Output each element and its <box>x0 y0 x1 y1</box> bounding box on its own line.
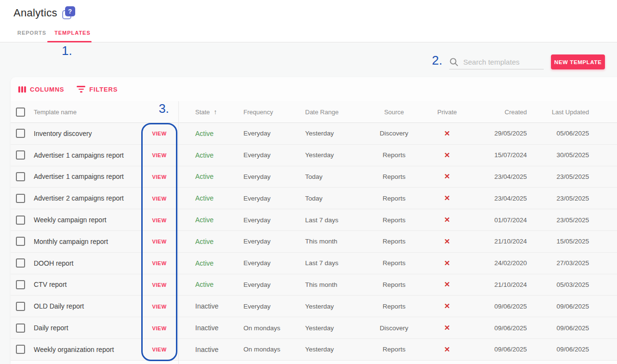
private-cross-icon: ✕ <box>444 194 450 202</box>
view-link[interactable]: VIEW <box>152 217 166 223</box>
state-cell: Inactive <box>177 302 239 310</box>
filter-icon <box>77 86 85 93</box>
table-row: CTV report VIEW Active Everyday This mon… <box>11 274 617 296</box>
row-checkbox[interactable] <box>16 237 25 246</box>
filters-button[interactable]: FILTERS <box>77 86 118 93</box>
last-updated-cell: 09/06/2025 <box>527 346 589 353</box>
row-checkbox[interactable] <box>16 302 25 311</box>
template-name-cell: OLD Daily report <box>29 302 141 310</box>
source-cell: Reports <box>364 259 424 267</box>
view-link[interactable]: VIEW <box>152 282 166 288</box>
table-toolbar: COLUMNS FILTERS <box>11 77 617 101</box>
annotation-step-1: 1. <box>62 43 72 58</box>
table-row: OLD Daily report VIEW Inactive Everyday … <box>11 296 617 317</box>
source-cell: Reports <box>364 281 424 288</box>
frequency-cell: On mondays <box>239 324 301 332</box>
view-link[interactable]: VIEW <box>152 196 166 202</box>
search-input[interactable] <box>463 58 540 66</box>
created-cell: 21/10/2024 <box>470 238 527 245</box>
template-name-cell: Monthly campaign report <box>29 238 141 245</box>
columns-button-label: COLUMNS <box>30 86 64 93</box>
tab-reports[interactable]: REPORTS <box>17 30 46 36</box>
row-checkbox[interactable] <box>16 345 25 354</box>
row-checkbox[interactable] <box>16 216 25 225</box>
last-updated-cell: 23/05/2025 <box>527 216 589 224</box>
private-cross-icon: ✕ <box>444 302 450 310</box>
table-row: Weekly organization report VIEW Inactive… <box>11 339 617 361</box>
header-state[interactable]: State↑ <box>177 108 239 116</box>
row-checkbox[interactable] <box>16 324 25 333</box>
state-cell: Active <box>177 216 239 224</box>
new-template-button[interactable]: NEW TEMPLATE <box>551 54 605 69</box>
columns-button[interactable]: COLUMNS <box>18 86 64 93</box>
table-row: Advertiser 1 campaigns report VIEW Activ… <box>11 166 617 188</box>
view-link[interactable]: VIEW <box>152 260 166 266</box>
table-row: Advertiser 2 campaigns report VIEW Activ… <box>11 188 617 209</box>
source-cell: Reports <box>364 195 424 202</box>
created-cell: 23/04/2025 <box>470 173 527 180</box>
private-cross-icon: ✕ <box>444 151 450 159</box>
sort-ascending-icon[interactable]: ↑ <box>214 108 217 116</box>
created-cell: 01/07/2024 <box>470 216 527 224</box>
help-icon[interactable]: ? <box>62 6 75 19</box>
table-body: Inventory discovery VIEW Active Everyday… <box>11 123 617 361</box>
source-cell: Discovery <box>364 324 424 332</box>
source-cell: Reports <box>364 216 424 224</box>
date-range-cell: Last 7 days <box>301 259 364 267</box>
select-all-checkbox[interactable] <box>16 108 25 117</box>
header-last-updated[interactable]: Last Updated <box>527 108 589 116</box>
header-private[interactable]: Private <box>424 108 470 116</box>
templates-table-card: COLUMNS FILTERS Template name State↑ Fre… <box>11 77 617 364</box>
template-name-cell: Daily report <box>29 324 141 332</box>
frequency-cell: Everyday <box>239 173 301 180</box>
view-link[interactable]: VIEW <box>152 131 166 136</box>
header-frequency[interactable]: Frequency <box>239 108 301 116</box>
table-row: Advertiser 1 campaigns report VIEW Activ… <box>11 145 617 166</box>
row-checkbox[interactable] <box>16 280 25 289</box>
private-cross-icon: ✕ <box>444 324 450 332</box>
annotation-step-3: 3. <box>150 101 177 116</box>
header-source[interactable]: Source <box>364 108 424 116</box>
view-link[interactable]: VIEW <box>152 325 166 331</box>
header-created[interactable]: Created <box>470 108 527 116</box>
state-cell: Active <box>177 173 239 180</box>
view-link[interactable]: VIEW <box>152 152 166 158</box>
source-cell: Reports <box>364 238 424 245</box>
search-box[interactable] <box>449 54 544 69</box>
private-cross-icon: ✕ <box>444 345 450 353</box>
view-link[interactable]: VIEW <box>152 347 166 352</box>
state-cell: Active <box>177 238 239 245</box>
view-link[interactable]: VIEW <box>152 304 166 310</box>
source-cell: Discovery <box>364 130 424 137</box>
help-icon-question-mark: ? <box>65 6 75 16</box>
view-link[interactable]: VIEW <box>152 239 166 244</box>
state-cell: Inactive <box>177 324 239 332</box>
row-checkbox[interactable] <box>16 172 25 181</box>
page-title: Analytics <box>13 7 57 19</box>
last-updated-cell: 05/03/2025 <box>527 281 589 288</box>
source-cell: Reports <box>364 151 424 159</box>
tab-templates[interactable]: TEMPLATES <box>54 30 91 36</box>
row-checkbox[interactable] <box>16 258 25 268</box>
template-name-cell: CTV report <box>29 281 141 288</box>
header-template-name[interactable]: Template name <box>29 108 141 116</box>
columns-icon <box>18 86 26 93</box>
date-range-cell: Yesterday <box>301 303 364 310</box>
date-range-cell: This month <box>301 281 364 288</box>
row-checkbox[interactable] <box>16 129 25 138</box>
date-range-cell: Last 7 days <box>301 216 364 224</box>
template-name-cell: Advertiser 1 campaigns report <box>29 173 141 180</box>
table-row: Monthly campaign report VIEW Active Ever… <box>11 231 617 253</box>
last-updated-cell: 23/05/2025 <box>527 173 589 180</box>
source-cell: Reports <box>364 173 424 180</box>
header-date-range[interactable]: Date Range <box>301 108 364 116</box>
frequency-cell: Everyday <box>239 216 301 224</box>
private-cross-icon: ✕ <box>444 280 450 288</box>
view-link[interactable]: VIEW <box>152 174 166 180</box>
table-row: DOOH report VIEW Active Everyday Last 7 … <box>11 253 617 274</box>
row-checkbox[interactable] <box>16 194 25 203</box>
last-updated-cell: 23/05/2025 <box>527 195 589 202</box>
state-cell: Active <box>177 130 239 137</box>
row-checkbox[interactable] <box>16 150 25 160</box>
date-range-cell: Today <box>301 195 364 202</box>
